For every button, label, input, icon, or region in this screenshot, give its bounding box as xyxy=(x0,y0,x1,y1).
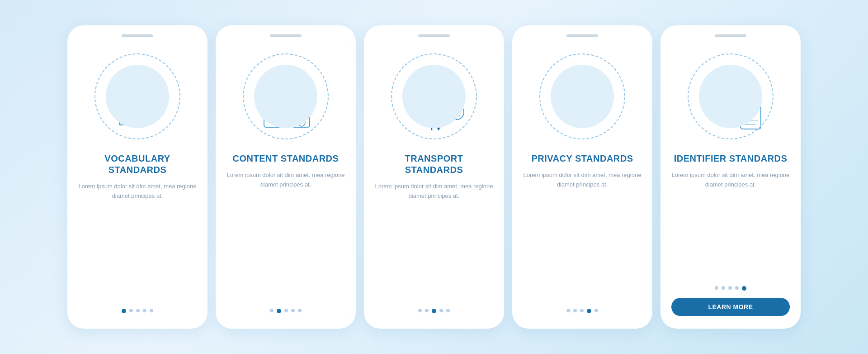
dot-1[interactable] xyxy=(122,309,126,313)
transport-title: TRANSPORT STANDARDS xyxy=(375,153,493,176)
dot-1[interactable] xyxy=(566,309,570,312)
vocabulary-illustration: A-Z xyxy=(88,44,187,148)
vocabulary-card: A-Z VOCABULARY STANDARDS Lo xyxy=(67,25,208,329)
dashed-circle xyxy=(539,53,625,139)
dot-2[interactable] xyxy=(129,309,133,312)
dot-2[interactable] xyxy=(573,309,577,312)
identifier-card: IDENTIFIER STANDARDS Lorem ipsum dolor s… xyxy=(660,25,801,329)
dot-4[interactable] xyxy=(735,286,739,290)
learn-more-button[interactable]: LEARN MORE xyxy=(671,298,790,316)
dot-1[interactable] xyxy=(715,286,718,290)
privacy-card: 1 1 0 0 1 1 1 0 0 0 0 1 PRIVACY STANDARD… xyxy=(512,25,652,329)
identifier-dots xyxy=(715,286,746,291)
dashed-circle xyxy=(391,53,477,139)
phone-notch xyxy=(122,34,153,37)
dashed-circle xyxy=(243,53,329,139)
phone-notch xyxy=(418,34,450,37)
dashed-circle xyxy=(94,53,180,139)
content-card: i xyxy=(216,25,356,329)
dot-5[interactable] xyxy=(594,309,598,312)
content-illustration: i xyxy=(236,44,335,148)
transport-card: TRANSPORT STANDARDS Lorem ipsum dolor si… xyxy=(364,25,504,329)
dot-5[interactable] xyxy=(298,309,302,312)
dot-2[interactable] xyxy=(277,309,281,313)
dot-5[interactable] xyxy=(742,286,746,291)
content-text: Lorem ipsum dolor sit dim amet, mea regi… xyxy=(226,171,345,301)
dot-3[interactable] xyxy=(284,309,288,312)
dot-3[interactable] xyxy=(580,309,584,312)
privacy-illustration: 1 1 0 0 1 1 1 0 0 0 0 1 xyxy=(533,44,632,148)
dot-3[interactable] xyxy=(136,309,140,312)
transport-dots xyxy=(418,309,450,313)
dot-4[interactable] xyxy=(143,309,146,312)
dot-4[interactable] xyxy=(291,309,295,312)
dot-4[interactable] xyxy=(587,309,591,313)
content-dots xyxy=(270,309,302,313)
content-title: CONTENT STANDARDS xyxy=(233,153,339,164)
dot-2[interactable] xyxy=(425,309,429,312)
phone-notch xyxy=(566,34,598,37)
dot-1[interactable] xyxy=(270,309,274,312)
dot-5[interactable] xyxy=(446,309,450,312)
dot-1[interactable] xyxy=(418,309,422,312)
privacy-dots xyxy=(566,309,598,313)
identifier-illustration xyxy=(681,44,780,148)
dashed-circle xyxy=(688,53,774,139)
identifier-title: IDENTIFIER STANDARDS xyxy=(674,153,788,164)
vocabulary-dots xyxy=(122,309,153,313)
identifier-text: Lorem ipsum dolor sit dim amet, mea regi… xyxy=(671,171,790,278)
dot-3[interactable] xyxy=(728,286,732,290)
dot-5[interactable] xyxy=(150,309,153,312)
vocabulary-title: VOCABULARY STANDARDS xyxy=(78,153,197,176)
transport-illustration xyxy=(384,44,484,148)
privacy-title: PRIVACY STANDARDS xyxy=(531,153,633,164)
dot-3[interactable] xyxy=(432,309,436,313)
phone-notch xyxy=(270,34,302,37)
vocabulary-text: Lorem ipsum dolor sit dim amet, mea regi… xyxy=(78,182,197,301)
phone-notch xyxy=(715,34,746,37)
privacy-text: Lorem ipsum dolor sit dim amet, mea regi… xyxy=(523,171,642,301)
dot-2[interactable] xyxy=(722,286,725,290)
transport-text: Lorem ipsum dolor sit dim amet, mea regi… xyxy=(375,182,493,301)
cards-container: A-Z VOCABULARY STANDARDS Lo xyxy=(40,12,828,342)
dot-4[interactable] xyxy=(439,309,443,312)
